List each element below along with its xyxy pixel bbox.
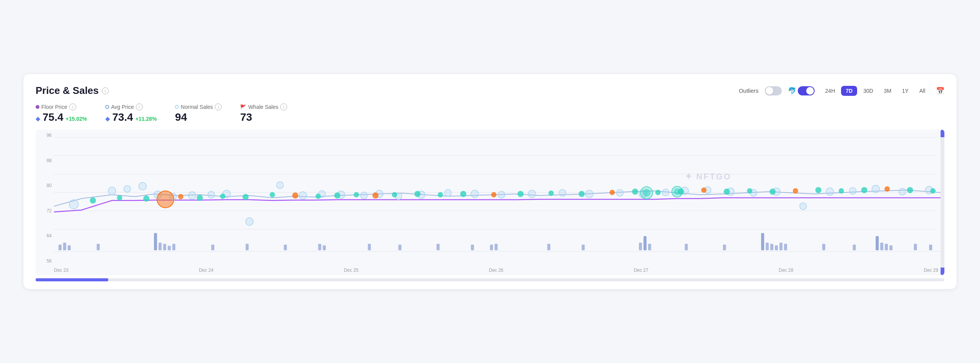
svg-rect-34 [284, 245, 287, 250]
svg-rect-10 [158, 243, 162, 250]
x-label-dec25: Dec 25 [344, 268, 358, 273]
avg-price-eth-icon: ◆ [105, 115, 110, 122]
time-btn-all[interactable]: All [915, 86, 930, 96]
svg-rect-22 [766, 243, 769, 250]
time-btn-30d[interactable]: 30D [859, 86, 878, 96]
scrollbar-thumb[interactable] [36, 278, 108, 281]
svg-rect-14 [318, 244, 321, 250]
normal-sales-dot [175, 105, 179, 109]
svg-rect-16 [490, 245, 493, 250]
svg-rect-37 [436, 244, 439, 250]
x-label-dec27: Dec 27 [634, 268, 648, 273]
icon-display-toggle[interactable] [798, 86, 815, 95]
svg-point-70 [585, 190, 593, 198]
whale-sales-info[interactable]: i [280, 103, 287, 110]
svg-point-94 [315, 194, 321, 199]
y-label-72: 72 [36, 208, 54, 214]
vertical-scrollbar[interactable] [941, 130, 944, 275]
svg-point-87 [143, 195, 149, 202]
svg-point-89 [197, 195, 203, 201]
y-label-56: 56 [36, 258, 54, 264]
avg-price-label: Avg Price i [105, 103, 157, 110]
whale-sales-label-text: Whale Sales [248, 104, 278, 110]
floor-price-info[interactable]: i [69, 103, 76, 110]
chart-area[interactable]: 96 88 80 72 64 56 [36, 130, 944, 275]
time-btn-24h[interactable]: 24H [821, 86, 840, 96]
time-btn-7d[interactable]: 7D [841, 86, 857, 96]
svg-rect-7 [63, 243, 66, 250]
metrics-row: Floor Price i ◆ 75.4 +15.02% Avg Price i… [36, 103, 944, 123]
floor-price-value-row: ◆ 75.4 +15.02% [36, 111, 87, 123]
svg-rect-21 [761, 233, 764, 250]
time-btn-1y[interactable]: 1Y [897, 86, 913, 96]
outliers-label: Outliers [739, 87, 759, 94]
x-label-dec29: Dec 29 [924, 268, 938, 273]
svg-point-91 [243, 194, 249, 200]
metric-whale-sales: 🚩 Whale Sales i 73 [240, 103, 287, 123]
icon-display-toggle-thumb [806, 87, 814, 95]
svg-rect-41 [685, 244, 688, 250]
svg-point-58 [299, 192, 307, 199]
svg-point-118 [861, 187, 867, 193]
svg-rect-44 [853, 245, 856, 250]
y-label-64: 64 [36, 233, 54, 238]
svg-point-67 [498, 191, 505, 198]
svg-point-85 [90, 197, 96, 204]
svg-point-115 [793, 188, 798, 194]
floor-price-label: Floor Price i [36, 103, 87, 110]
svg-point-69 [559, 189, 566, 196]
svg-point-105 [549, 191, 554, 196]
svg-point-68 [528, 190, 536, 198]
title-info-icon[interactable]: i [102, 87, 109, 94]
svg-point-103 [491, 192, 497, 197]
svg-rect-12 [168, 246, 171, 250]
svg-point-73 [662, 189, 669, 196]
svg-rect-30 [889, 245, 892, 250]
x-label-dec23: Dec 23 [54, 268, 69, 273]
svg-rect-6 [59, 245, 62, 250]
svg-rect-11 [163, 244, 166, 250]
chart-svg: ✦ NFTGO [36, 130, 944, 275]
whale-sales-value: 73 [240, 111, 252, 123]
svg-rect-9 [154, 233, 157, 250]
svg-point-101 [438, 192, 443, 197]
svg-rect-29 [885, 244, 888, 250]
svg-point-86 [117, 195, 122, 200]
outliers-toggle-thumb [766, 87, 773, 95]
svg-point-92 [270, 192, 275, 197]
time-btn-3m[interactable]: 3M [879, 86, 896, 96]
svg-point-97 [354, 192, 359, 197]
svg-point-109 [655, 190, 661, 195]
outliers-toggle[interactable] [765, 86, 782, 95]
y-label-80: 80 [36, 183, 54, 188]
svg-point-54 [208, 191, 215, 198]
svg-rect-8 [68, 245, 71, 250]
title-area: Price & Sales i [36, 85, 109, 97]
svg-point-83 [899, 188, 906, 195]
normal-sales-info[interactable]: i [215, 103, 222, 110]
normal-sales-value-row: 94 [175, 111, 222, 123]
v-scroll-thumb-bottom [941, 268, 944, 275]
whale-flag-icon: 🚩 [240, 104, 246, 110]
svg-point-88 [178, 194, 183, 199]
svg-point-56 [246, 218, 253, 225]
svg-rect-45 [914, 244, 917, 250]
svg-point-48 [108, 187, 116, 195]
svg-rect-39 [547, 244, 550, 250]
svg-point-100 [414, 191, 420, 197]
horizontal-scrollbar[interactable] [36, 278, 944, 281]
svg-point-93 [292, 192, 298, 199]
svg-rect-46 [929, 245, 932, 250]
svg-rect-23 [770, 244, 773, 250]
svg-point-119 [884, 186, 890, 192]
y-label-88: 88 [36, 158, 54, 163]
avg-price-info[interactable]: i [136, 103, 143, 110]
svg-point-57 [276, 182, 283, 189]
svg-rect-35 [368, 244, 371, 250]
svg-rect-43 [822, 244, 825, 250]
svg-rect-17 [495, 244, 498, 250]
calendar-icon[interactable]: 📅 [936, 87, 944, 95]
svg-rect-28 [880, 243, 883, 250]
svg-point-106 [578, 191, 585, 197]
svg-point-66 [471, 190, 479, 198]
